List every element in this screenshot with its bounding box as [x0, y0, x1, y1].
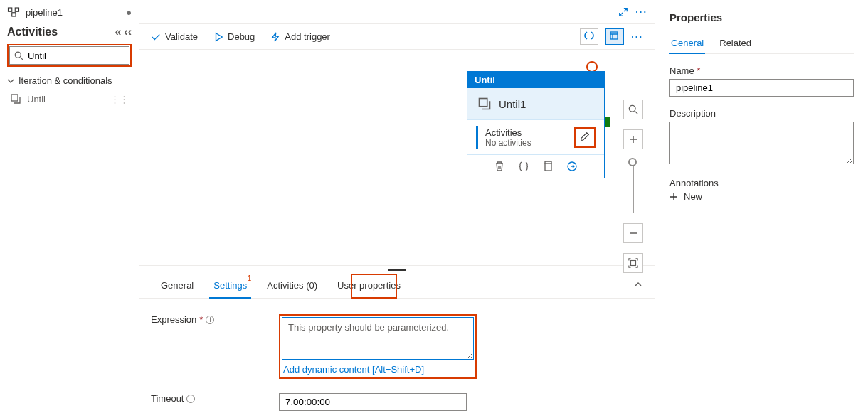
properties-toggle-button[interactable]: [605, 28, 624, 45]
expression-input[interactable]: This property should be parameterized.: [282, 317, 474, 360]
category-iteration[interactable]: Iteration & conditionals: [7, 75, 132, 86]
node-type-label: Until: [467, 72, 604, 88]
activity-indicator: [476, 126, 478, 149]
svg-point-3: [15, 52, 21, 58]
expression-label: Expression: [151, 314, 196, 325]
svg-rect-4: [11, 95, 18, 101]
name-field-label: Name: [669, 65, 694, 76]
until-icon: [10, 93, 21, 104]
edit-activities-button[interactable]: [574, 127, 596, 148]
activities-label: Activities: [485, 127, 574, 138]
validate-button[interactable]: Validate: [151, 31, 198, 42]
check-icon: [151, 32, 161, 42]
copy-icon[interactable]: [542, 161, 554, 172]
pipeline-icon: [7, 6, 20, 18]
pencil-icon: [580, 132, 590, 141]
collapse-all-icon[interactable]: «: [115, 26, 121, 38]
tab-activities[interactable]: Activities (0): [257, 273, 327, 298]
chevron-down-icon: [7, 77, 14, 85]
search-icon: [14, 51, 23, 60]
drag-handle-icon[interactable]: ⋮⋮: [110, 94, 129, 104]
fit-icon: [628, 258, 638, 268]
zoom-slider[interactable]: [633, 159, 634, 213]
expand-icon[interactable]: [618, 7, 628, 17]
debug-button[interactable]: Debug: [213, 31, 255, 42]
svg-rect-5: [610, 32, 618, 39]
activities-search-input[interactable]: [26, 50, 125, 62]
add-trigger-button[interactable]: Add trigger: [270, 31, 330, 42]
properties-tab-general[interactable]: General: [669, 33, 705, 54]
annotations-label: Annotations: [669, 178, 854, 188]
settings-error-badge: 1: [248, 274, 252, 282]
info-icon[interactable]: i: [186, 395, 195, 403]
svg-rect-1: [15, 8, 18, 11]
activities-heading: Activities: [7, 26, 58, 38]
highlight-box: [351, 274, 397, 299]
name-input[interactable]: [669, 79, 854, 97]
play-icon: [213, 32, 223, 42]
svg-point-9: [629, 105, 635, 112]
fit-button[interactable]: [623, 253, 643, 273]
svg-rect-7: [545, 164, 551, 171]
delete-icon[interactable]: [494, 161, 505, 172]
svg-rect-6: [480, 99, 487, 107]
tab-name: pipeline1: [26, 7, 120, 18]
minus-icon: [629, 229, 637, 237]
info-icon[interactable]: i: [206, 316, 214, 324]
braces-icon[interactable]: [518, 161, 529, 172]
until-node[interactable]: Until Until1 Activities No activities: [467, 71, 605, 178]
svg-rect-0: [9, 8, 12, 11]
collapse-panel-button[interactable]: [633, 279, 643, 291]
description-input[interactable]: [669, 122, 854, 164]
plus-icon: [629, 135, 637, 144]
svg-rect-2: [12, 13, 16, 16]
output-connector[interactable]: [604, 117, 610, 127]
tab-general[interactable]: General: [151, 273, 203, 298]
description-label: Description: [669, 108, 854, 119]
tab-settings[interactable]: Settings 1: [203, 273, 257, 298]
code-view-button[interactable]: [580, 28, 598, 45]
collapse-panel-icon[interactable]: ‹‹: [124, 26, 132, 38]
activity-item-until[interactable]: Until ⋮⋮: [7, 90, 132, 107]
properties-tab-related[interactable]: Related: [718, 33, 753, 53]
timeout-input[interactable]: [279, 393, 467, 411]
design-canvas[interactable]: Until Until1 Activities No activities: [139, 50, 655, 265]
chevron-up-icon: [633, 279, 643, 289]
zoom-in-button[interactable]: [623, 129, 643, 149]
new-annotation-button[interactable]: New: [669, 191, 854, 202]
more-icon[interactable]: ···: [635, 6, 647, 17]
search-icon: [628, 104, 638, 114]
until-icon: [477, 97, 492, 111]
trigger-icon: [270, 32, 280, 42]
timeout-label: Timeout: [151, 393, 184, 404]
toolbar-more-icon[interactable]: ···: [631, 31, 643, 42]
expand-node-icon[interactable]: [566, 161, 578, 172]
svg-rect-10: [631, 261, 636, 266]
plus-icon: [669, 193, 678, 201]
no-activities-label: No activities: [485, 138, 574, 148]
canvas-search-button[interactable]: [623, 100, 643, 119]
zoom-out-button[interactable]: [623, 223, 643, 243]
required-marker: *: [199, 314, 203, 325]
node-name-label: Until1: [499, 98, 526, 110]
resize-handle[interactable]: [139, 266, 655, 273]
dirty-indicator: ●: [126, 7, 132, 18]
add-dynamic-content-link[interactable]: Add dynamic content [Alt+Shift+D]: [282, 363, 474, 376]
properties-title: Properties: [669, 11, 854, 23]
